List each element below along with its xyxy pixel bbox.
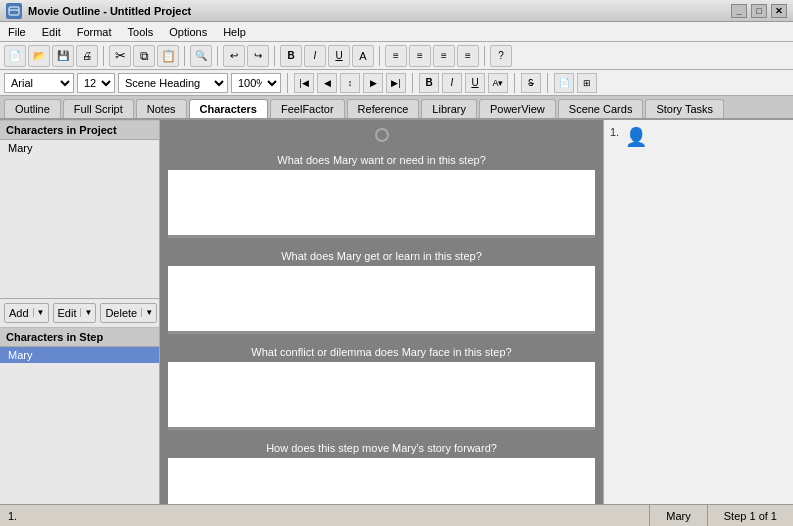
svg-rect-0 (9, 7, 19, 15)
color-button[interactable]: A (352, 45, 374, 67)
menu-tools[interactable]: Tools (120, 24, 162, 40)
tab-powerview[interactable]: PowerView (479, 99, 556, 118)
question-textarea-2[interactable] (168, 266, 595, 331)
cut-button[interactable]: ✂ (109, 45, 131, 67)
tab-feelfactor[interactable]: FeelFactor (270, 99, 345, 118)
question-block-3: What conflict or dilemma does Mary face … (168, 342, 595, 430)
chars-in-project-title: Characters in Project (0, 120, 159, 140)
italic-button[interactable]: I (442, 73, 462, 93)
align-justify-button[interactable]: ≡ (457, 45, 479, 67)
sep-fmt2 (412, 73, 413, 93)
question-textarea-4[interactable] (168, 458, 595, 504)
tab-outline[interactable]: Outline (4, 99, 61, 118)
italic-tb-button[interactable]: I (304, 45, 326, 67)
edit-arrow-icon: ▼ (80, 308, 95, 317)
question-textarea-3[interactable] (168, 362, 595, 427)
chars-in-step-list: Mary (0, 347, 159, 505)
char-project-mary[interactable]: Mary (0, 140, 159, 156)
align-left-button[interactable]: ≡ (385, 45, 407, 67)
add-label: Add (5, 307, 33, 319)
undo-button[interactable]: ↩ (223, 45, 245, 67)
question-block-1: What does Mary want or need in this step… (168, 150, 595, 238)
font-color-button[interactable]: A▾ (488, 73, 508, 93)
search-button[interactable]: 🔍 (190, 45, 212, 67)
tab-storytasks[interactable]: Story Tasks (645, 99, 724, 118)
edit-label: Edit (54, 307, 81, 319)
tab-scenecards[interactable]: Scene Cards (558, 99, 644, 118)
question-label-3: What conflict or dilemma does Mary face … (168, 342, 595, 362)
sep4 (274, 46, 275, 66)
left-panel: Characters in Project Mary Add ▼ Edit ▼ … (0, 120, 160, 504)
app-icon (6, 3, 22, 19)
font-selector[interactable]: Arial (4, 73, 74, 93)
tab-notes[interactable]: Notes (136, 99, 187, 118)
paste-button[interactable]: 📋 (157, 45, 179, 67)
main-toolbar: 📄 📂 💾 🖨 ✂ ⧉ 📋 🔍 ↩ ↪ B I U A ≡ ≡ ≡ ≡ ? (0, 42, 793, 70)
maximize-button[interactable]: □ (751, 4, 767, 18)
size-selector[interactable]: 12 (77, 73, 115, 93)
underline-tb-button[interactable]: U (328, 45, 350, 67)
window-controls: _ □ ✕ (731, 4, 787, 18)
tab-library[interactable]: Library (421, 99, 477, 118)
underline-button[interactable]: U (465, 73, 485, 93)
page-button[interactable]: 📄 (554, 73, 574, 93)
sep-fmt (287, 73, 288, 93)
close-button[interactable]: ✕ (771, 4, 787, 18)
chars-in-project-list: Mary (0, 140, 159, 298)
question-label-4: How does this step move Mary's story for… (168, 438, 595, 458)
sep-fmt3 (514, 73, 515, 93)
sep3 (217, 46, 218, 66)
copy-button[interactable]: ⧉ (133, 45, 155, 67)
menu-options[interactable]: Options (161, 24, 215, 40)
strikethrough-button[interactable]: S̶ (521, 73, 541, 93)
print-button[interactable]: 🖨 (76, 45, 98, 67)
menu-help[interactable]: Help (215, 24, 254, 40)
open-button[interactable]: 📂 (28, 45, 50, 67)
edit-button[interactable]: Edit ▼ (53, 303, 97, 323)
sep-fmt4 (547, 73, 548, 93)
right-panel-number: 1. (610, 126, 619, 138)
status-left: 1. (0, 510, 649, 522)
titlebar: Movie Outline - Untitled Project _ □ ✕ (0, 0, 793, 22)
bold-button[interactable]: B (419, 73, 439, 93)
question-textarea-1[interactable] (168, 170, 595, 235)
question-block-4: How does this step move Mary's story for… (168, 438, 595, 504)
redo-button[interactable]: ↪ (247, 45, 269, 67)
new-button[interactable]: 📄 (4, 45, 26, 67)
step-circle (375, 128, 389, 142)
layout-button[interactable]: ⊞ (577, 73, 597, 93)
save-button[interactable]: 💾 (52, 45, 74, 67)
nav-first-button[interactable]: |◀ (294, 73, 314, 93)
zoom-selector[interactable]: 100% (231, 73, 281, 93)
align-right-button[interactable]: ≡ (433, 45, 455, 67)
sep2 (184, 46, 185, 66)
main-area: Characters in Project Mary Add ▼ Edit ▼ … (0, 120, 793, 504)
nav-next-button[interactable]: ▶ (363, 73, 383, 93)
bold-tb-button[interactable]: B (280, 45, 302, 67)
person-icon: 👤 (625, 126, 647, 148)
help-button[interactable]: ? (490, 45, 512, 67)
style-selector[interactable]: Scene Heading (118, 73, 228, 93)
add-button[interactable]: Add ▼ (4, 303, 49, 323)
align-center-button[interactable]: ≡ (409, 45, 431, 67)
menubar: File Edit Format Tools Options Help (0, 22, 793, 42)
status-character: Mary (649, 505, 706, 526)
tabs-row: Outline Full Script Notes Characters Fee… (0, 96, 793, 120)
menu-file[interactable]: File (0, 24, 34, 40)
tab-characters[interactable]: Characters (189, 99, 268, 118)
statusbar: 1. Mary Step 1 of 1 (0, 504, 793, 526)
nav-prev-button[interactable]: ◀ (317, 73, 337, 93)
question-block-2: What does Mary get or learn in this step… (168, 246, 595, 334)
delete-button[interactable]: Delete ▼ (100, 303, 157, 323)
nav-last-button[interactable]: ▶| (386, 73, 406, 93)
menu-format[interactable]: Format (69, 24, 120, 40)
minimize-button[interactable]: _ (731, 4, 747, 18)
format-toolbar: Arial 12 Scene Heading 100% |◀ ◀ ↕ ▶ ▶| … (0, 70, 793, 96)
char-step-mary[interactable]: Mary (0, 347, 159, 363)
question-label-1: What does Mary want or need in this step… (168, 150, 595, 170)
menu-edit[interactable]: Edit (34, 24, 69, 40)
right-panel: 1. 👤 (603, 120, 793, 504)
nav-center-button[interactable]: ↕ (340, 73, 360, 93)
tab-reference[interactable]: Reference (347, 99, 420, 118)
tab-fullscript[interactable]: Full Script (63, 99, 134, 118)
